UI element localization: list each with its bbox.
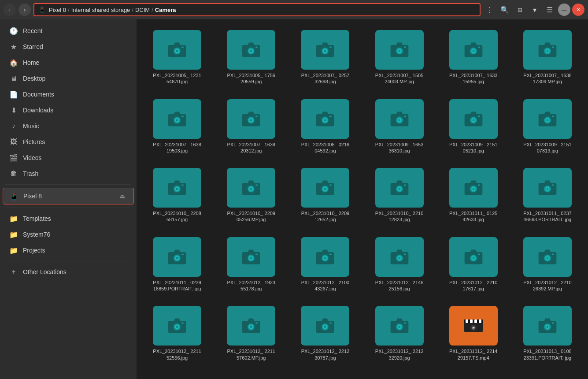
file-name: PXL_20231007_ 163315955.jpg [449,72,498,85]
close-button[interactable]: ✕ [572,4,584,16]
eject-button[interactable]: ⏏ [118,192,126,201]
svg-rect-89 [552,185,554,186]
minimize-button[interactable]: — [558,4,570,16]
videos-icon: 🎬 [10,154,18,162]
file-item[interactable]: PXL_20231008_ 021604592.jpg [292,96,359,158]
svg-rect-54 [478,115,480,117]
file-item[interactable]: PXL_20231009_ 165336310.jpg [366,96,433,158]
menu-button[interactable]: ⋮ [483,3,496,16]
breadcrumb-internal[interactable]: Internal shared storage [71,7,130,13]
file-name: PXL_20231012_ 221429157.TS.mp4 [449,348,498,361]
sidebar-item-projects[interactable]: 📁 Projects [3,243,134,258]
photo-thumbnail [449,99,498,139]
photo-thumbnail [523,99,572,139]
view-toggle-button[interactable]: ⊞ [513,3,526,16]
file-item[interactable]: PXL_20231012_ 221152556.jpg [144,302,211,364]
file-name: PXL_20231011_ 012542633.jpg [449,210,498,223]
sidebar-label-trash: Trash [23,170,127,177]
file-item[interactable]: PXL_20231011_ 012542633.jpg [440,164,507,227]
svg-rect-143 [470,320,473,323]
file-item[interactable]: PXL_20231007_ 163820312.jpg [218,96,285,158]
svg-point-123 [176,326,178,328]
file-item[interactable]: PXL_20231005_ 175620559.jpg [218,26,285,89]
photo-thumbnail [301,237,349,277]
file-name: PXL_20231009_ 215107819.jpg [523,141,572,154]
svg-point-88 [547,188,549,190]
photo-thumbnail [449,168,498,208]
sidebar-item-system76[interactable]: 📁 System76 [3,227,134,242]
sidebar-item-home[interactable]: 🏠 Home [3,55,134,70]
file-item[interactable]: PXL_20231012_ 221157602.MP.jpg [218,302,285,364]
file-item[interactable]: PXL_20231012_ 210043267.jpg [292,234,359,296]
svg-rect-134 [330,323,332,324]
file-name: PXL_20231010_ 220905256.MP.jpg [227,210,275,223]
file-item[interactable]: PXL_20231012_ 221026392.MP.jpg [514,234,581,296]
svg-point-48 [398,119,400,121]
file-name: PXL_20231007_ 163819503.jpg [153,141,201,154]
file-item[interactable]: PXL_20231009_ 215105210.jpg [440,96,507,158]
phone-icon: 📱 [39,7,45,13]
sidebar-label-starred: Starred [23,43,127,50]
photo-thumbnail [375,30,424,70]
file-item[interactable]: PXL_20231012_ 221232920.jpg [366,302,433,364]
recent-icon: 🕐 [10,27,18,35]
breadcrumb-dcim[interactable]: DCIM [135,7,150,13]
sidebar-item-music[interactable]: ♪ Music [3,119,134,134]
photo-thumbnail [523,168,572,208]
svg-rect-19 [404,47,406,48]
file-name: PXL_20231013_ 010823391.PORTRAIT. jpg [523,348,572,361]
sidebar-item-desktop[interactable]: 🖥 Desktop [3,71,134,86]
sidebar-item-pixel8[interactable]: 📱 Pixel 8 ⏏ [3,188,134,204]
file-item[interactable]: PXL_20231012_ 221429157.TS.mp4 [440,302,507,364]
breadcrumb-pixel8[interactable]: Pixel 8 [49,7,66,13]
sidebar-label-recent: Recent [23,27,127,34]
file-item[interactable]: PXL_20231010_ 220905256.MP.jpg [218,164,285,227]
file-item[interactable]: PXL_20231005_ 123154870.jpg [144,26,211,89]
svg-point-63 [176,188,178,190]
photo-thumbnail [301,306,349,346]
sidebar-item-documents[interactable]: 📄 Documents [3,87,134,102]
file-item[interactable]: PXL_20231011_ 023916859.PORTRAIT. jpg [144,234,211,296]
file-name: PXL_20231007_ 150524003.MP.jpg [375,72,424,85]
photo-thumbnail [153,99,201,139]
sidebar-item-downloads[interactable]: ⬇ Downloads [3,103,134,118]
file-item[interactable]: PXL_20231009_ 215107819.jpg [514,96,581,158]
back-button[interactable]: ‹ [4,4,16,16]
svg-rect-153 [552,323,554,324]
file-item[interactable]: PXL_20231007_ 163817309.MP.jpg [514,26,581,89]
file-name: PXL_20231005_ 175620559.jpg [227,72,275,85]
sort-button[interactable]: ▾ [528,3,541,16]
photo-thumbnail [153,237,201,277]
file-item[interactable]: PXL_20231011_ 023746563.PORTRAIT. jpg [514,164,581,227]
sidebar-item-pictures[interactable]: 🖼 Pictures [3,134,134,149]
file-item[interactable]: PXL_20231007_ 025732698.jpg [292,26,359,89]
sidebar-item-starred[interactable]: ★ Starred [3,39,134,54]
file-item[interactable]: PXL_20231007_ 163315955.jpg [440,26,507,89]
sidebar-item-trash[interactable]: 🗑 Trash [3,166,134,181]
svg-rect-9 [255,47,258,48]
file-item[interactable]: PXL_20231013_ 010823391.PORTRAIT. jpg [514,302,581,364]
file-item[interactable]: PXL_20231010_ 220912652.jpg [292,164,359,227]
sidebar-item-recent[interactable]: 🕐 Recent [3,23,134,38]
file-item[interactable]: PXL_20231007_ 150524003.MP.jpg [366,26,433,89]
photo-thumbnail [227,306,275,346]
file-name: PXL_20231012_ 192355178.jpg [227,279,275,292]
search-button[interactable]: 🔍 [498,3,511,16]
file-item[interactable]: PXL_20231012_ 214625156.jpg [366,234,433,296]
file-item[interactable]: PXL_20231010_ 221012823.jpg [366,164,433,227]
svg-point-108 [398,257,400,259]
file-item[interactable]: PXL_20231012_ 221017617.jpg [440,234,507,296]
file-item[interactable]: PXL_20231010_ 220858157.jpg [144,164,211,227]
breadcrumb-camera[interactable]: Camera [155,7,176,13]
sidebar-item-other[interactable]: + Other Locations [3,264,134,279]
sidebar-item-templates[interactable]: 📁 Templates [3,211,134,226]
templates-icon: 📁 [10,215,18,223]
file-name: PXL_20231012_ 221026392.MP.jpg [523,279,572,292]
options-button[interactable]: ☰ [543,3,556,16]
file-item[interactable]: PXL_20231012_ 192355178.jpg [218,234,285,296]
sidebar-item-videos[interactable]: 🎬 Videos [3,150,134,165]
file-name: PXL_20231007_ 163820312.jpg [227,141,275,154]
file-item[interactable]: PXL_20231012_ 221230787.jpg [292,302,359,364]
forward-button[interactable]: › [18,4,31,16]
file-item[interactable]: PXL_20231007_ 163819503.jpg [144,96,211,158]
